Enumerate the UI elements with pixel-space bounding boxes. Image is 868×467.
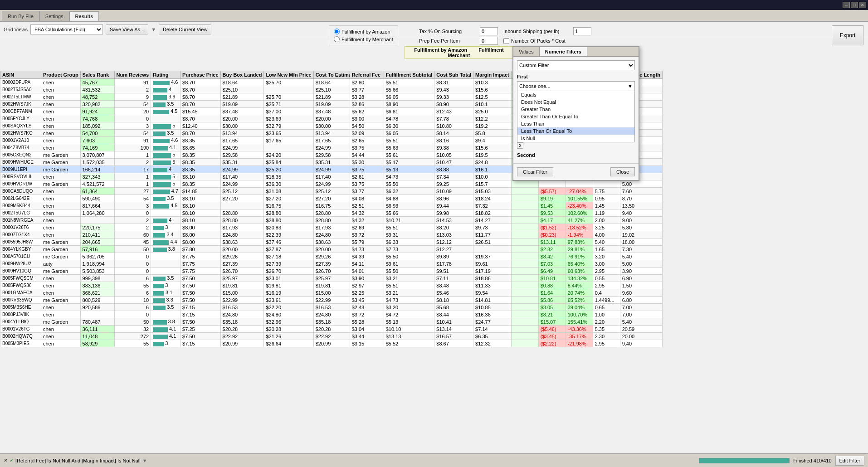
cell-purchase: $8.35 (180, 137, 221, 144)
table-row[interactable]: B004YLKGBY me Garden 57,916 50 3.8 $7.80… (0, 246, 663, 253)
col-header-buybox[interactable]: Buy Box Landed (220, 71, 264, 79)
maximize-btn[interactable]: □ (851, 2, 858, 8)
table-row[interactable]: B005595JH8W me Garden 204,665 45 4.4 $8.… (0, 238, 663, 246)
col-header-fulfillment[interactable]: Fulfillment Subtotal (384, 71, 434, 79)
cell-extra1: $3.05 (538, 304, 566, 311)
edit-filter-btn[interactable]: Edit Filter (835, 456, 864, 466)
cell-costest: $17.65 (313, 137, 350, 144)
x-close-btn[interactable]: x (517, 142, 523, 149)
cell-rating (151, 115, 180, 122)
tab-run-by-file[interactable]: Run By File (2, 11, 39, 21)
table-row[interactable]: B009M5KB44 chen 817,664 3 4.5 $8.10 $16.… (0, 202, 663, 209)
table-row[interactable]: B01N8WRGEA chen 2 4 $8.10 $28.80 $28.80 … (0, 217, 663, 224)
cell-margin: $12.32 (473, 340, 512, 347)
cell-referral: $3.75 (350, 166, 384, 173)
col-header-cost-est[interactable]: Cost To Estimate Fees (313, 71, 350, 79)
window-controls[interactable]: ─ □ ✕ (843, 2, 866, 8)
table-row[interactable]: B002LG642E chen 590,490 54 3.5 $8.10 $27… (0, 195, 663, 202)
cell-costsub: $7.34 (434, 173, 473, 180)
option-is-null[interactable]: Is Null (517, 135, 634, 142)
cell-margin: $19.5 (473, 151, 512, 159)
cell-rating: 3.5 (151, 275, 180, 282)
num-packs-check[interactable] (503, 38, 509, 44)
option-not-equals[interactable]: Does Not Equal (517, 98, 634, 106)
table-row[interactable]: B002T5U7LG chen 1,064,280 0 $8.10 $28.80… (0, 209, 663, 217)
col-header-rank[interactable]: Sales Rank (80, 71, 114, 79)
table-row[interactable]: B009HV10GQ me Garden 5,503,853 0 $7.75 $… (0, 268, 663, 275)
tab-results[interactable]: Results (69, 11, 99, 21)
cell-buybox: $29.58 (220, 151, 264, 159)
table-row[interactable]: B005M3S6HE chen 920,586 6 3.5 $7.15 $16.… (0, 304, 663, 311)
close-btn[interactable]: ✕ (859, 2, 866, 8)
table-row[interactable]: B0001V26T6 chen 220,175 2 3 $8.00 $17.93… (0, 224, 663, 231)
option-equals[interactable]: Equals (517, 91, 634, 98)
cell-lowmfn: $26.64 (264, 340, 313, 347)
table-row[interactable]: B008PJ3V8K chen 0 $7.15 $24.80 $24.80 $2… (0, 311, 663, 318)
cell-buybox: $20.99 (220, 340, 264, 347)
table-row[interactable]: B005M3PIES chen 58,929 55 3 $7.15 $20.99… (0, 340, 663, 347)
option-less[interactable]: Less Than (517, 120, 634, 127)
option-less-eq[interactable]: Less Than Or Equal To (517, 127, 634, 135)
table-row[interactable]: B00CA5DUQO chen 61,364 27 4.7 $14.85 $25… (0, 188, 663, 195)
cell-margin: $15.6 (473, 86, 512, 93)
cell-pkg: 9.40 (620, 340, 662, 347)
cell-pct: 76.91% (566, 253, 593, 260)
inbound-input[interactable] (573, 27, 591, 35)
table-row[interactable]: B005FWQS36 chen 383,136 55 3 $7.50 $19.8… (0, 282, 663, 289)
cell-rating: 3.4 (151, 231, 180, 238)
data-table-wrapper[interactable]: ASIN Product Group Sales Rank Num Review… (0, 71, 868, 453)
cell-referral: $2.86 (350, 101, 384, 108)
table-row[interactable]: B009HVDRLW me Garden 4,521,572 1 5 $8.35… (0, 180, 663, 188)
minimize-btn[interactable]: ─ (843, 2, 850, 8)
close-filter-btn[interactable]: Close (610, 167, 635, 176)
cell-margin: $12.5 (473, 93, 512, 101)
fbm-radio[interactable] (334, 36, 340, 42)
popup-tab-numeric[interactable]: Numeric Filters (540, 47, 587, 56)
col-header-margin[interactable]: Margin Impact (473, 71, 512, 79)
cell-units: 1.65 (593, 246, 620, 253)
view-select[interactable]: FBA Calculations (Full) (30, 24, 103, 34)
cell-rating (151, 268, 180, 275)
cell-reviews: 6 (114, 304, 151, 311)
table-row[interactable]: B00RV635WQ me Garden 800,529 10 3.3 $7.5… (0, 297, 663, 304)
cell-margin: $24.77 (473, 318, 512, 326)
custom-filter-select[interactable]: Custom Filter (517, 60, 635, 70)
table-row[interactable]: B0007TG1X4 chen 210,411 60 3.4 $8.00 $24… (0, 231, 663, 238)
delete-view-btn[interactable]: Delete Current View (159, 24, 211, 34)
table-row[interactable]: B001GMAECA chen 368,621 6 3.1 $7.50 $15.… (0, 289, 663, 297)
export-btn[interactable]: Export (832, 25, 863, 45)
col-header-asin[interactable]: ASIN (0, 71, 41, 79)
cell-rating: 3.9 (151, 93, 180, 101)
cell-rank: 57,916 (80, 246, 114, 253)
tax-input[interactable] (480, 27, 498, 35)
col-header-purchase[interactable]: Purchase Price (180, 71, 221, 79)
table-row[interactable]: B009HW28U2 auty 1,918,994 0 $7.75 $27.39… (0, 260, 663, 268)
option-greater[interactable]: Greater Than (517, 106, 634, 113)
col-header-referral[interactable]: Referral Fee (350, 71, 384, 79)
first-dropdown[interactable]: Choose one... ▼ (517, 81, 635, 91)
table-row[interactable]: B0002HQW7Q chen 11,048 272 4.1 $7.50 $22… (0, 333, 663, 340)
cell-fulfillment: $4.73 (384, 173, 434, 180)
table-row[interactable]: B0001V26TG chen 36,111 32 4.1 $7.25 $20.… (0, 326, 663, 333)
prep-input[interactable] (480, 37, 498, 45)
table-row[interactable]: B00A5701CU me Garden 5,362,705 0 $7.75 $… (0, 253, 663, 260)
col-header-rating[interactable]: Rating (151, 71, 180, 79)
cell-asin: B005CXEQN2 (0, 151, 41, 159)
table-row[interactable]: B004YLLBIQ me Garden 780,487 50 3.8 $7.5… (0, 318, 663, 326)
save-view-btn[interactable]: Save View As... (106, 24, 148, 34)
cell-costest: $38.63 (313, 238, 350, 246)
col-header-product[interactable]: Product Group (41, 71, 81, 79)
option-greater-eq[interactable]: Greater Than Or Equal To (517, 113, 634, 120)
inbound-label: Inbound Shipping (per lb) (503, 29, 571, 34)
fba-radio[interactable] (334, 29, 340, 34)
table-row[interactable]: B005FWQSCM chen 999,398 6 3.5 $7.50 $25.… (0, 275, 663, 282)
tab-settings[interactable]: Settings (39, 11, 69, 21)
col-header-costsub[interactable]: Cost Sub Total (434, 71, 473, 79)
cell-lowmfn: $27.39 (264, 260, 313, 268)
clear-filter-btn[interactable]: Clear Filter (517, 167, 553, 176)
cell-pkg: 13.50 (620, 202, 662, 209)
col-header-lowmfn[interactable]: Low New Mfn Price (264, 71, 313, 79)
popup-tab-values[interactable]: Values (513, 47, 540, 56)
col-header-reviews[interactable]: Num Reviews (114, 71, 151, 79)
filter-x-btn[interactable]: ✕ (4, 457, 8, 463)
